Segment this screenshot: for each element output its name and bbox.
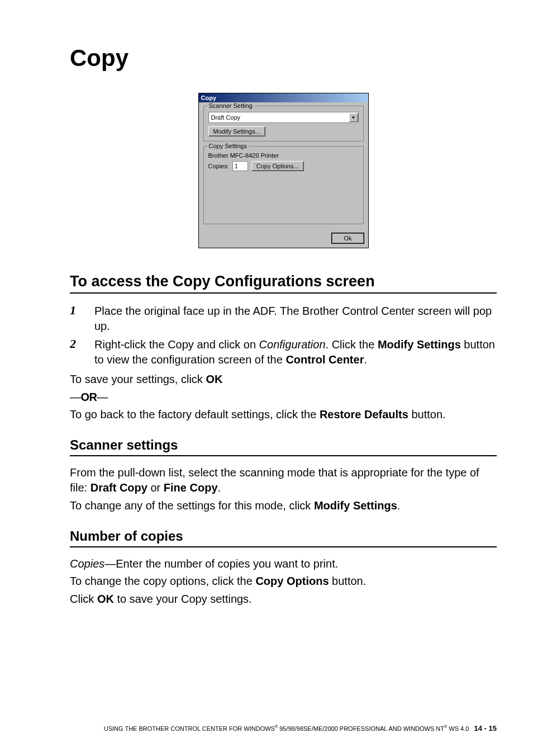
page-title: Copy (70, 45, 497, 72)
text: To change the copy options, click the (70, 575, 255, 587)
text: —OR— (70, 391, 108, 403)
footer-text: USING THE BROTHER CONTROL CENTER FOR WIN… (104, 725, 275, 732)
text: button. (329, 575, 367, 587)
text: Draft Copy (91, 481, 147, 494)
paragraph: From the pull-down list, select the scan… (70, 465, 497, 496)
copy-settings-legend: Copy Settings (207, 143, 249, 149)
scanner-setting-fieldset: Scanner Setting Draft Copy ▼ Modify Sett… (203, 106, 364, 141)
text: Modify Settings (314, 499, 397, 512)
paragraph: Click OK to save your Copy settings. (70, 592, 497, 607)
text: or (147, 481, 164, 494)
step-number: 1 (70, 304, 94, 317)
text: Control Center (285, 353, 364, 366)
page-number: 14 - 15 (474, 724, 497, 733)
copy-settings-fieldset: Copy Settings Brother MFC-8420 Printer C… (203, 146, 364, 224)
list-item: 2 Right-click the Copy and click on Conf… (70, 337, 497, 367)
paragraph: To change any of the settings for this m… (70, 498, 497, 514)
scanner-mode-dropdown[interactable]: Draft Copy ▼ (208, 112, 359, 123)
text: OK (97, 593, 114, 605)
text: Copies (70, 557, 104, 570)
text: OK (206, 373, 222, 385)
text: Right-click the Copy and click on (94, 338, 259, 351)
text: To go back to the factory default settin… (70, 408, 320, 420)
text: Fine Copy (164, 481, 218, 494)
text: Click (70, 593, 97, 605)
section-heading-copies: Number of copies (70, 528, 497, 547)
copy-options-button[interactable]: Copy Options... (251, 161, 304, 171)
text: To save your settings, click (70, 373, 206, 385)
step-number: 2 (70, 337, 94, 351)
paragraph: To save your settings, click OK (70, 372, 497, 388)
text: . Click the (326, 338, 378, 351)
text: —Enter the number of copies you want to … (104, 557, 338, 570)
paragraph: To go back to the factory default settin… (70, 407, 497, 423)
text: To change any of the settings for this m… (70, 499, 314, 512)
text: Copy Options (255, 575, 329, 587)
section-heading-access: To access the Copy Configurations screen (70, 273, 497, 294)
ok-button[interactable]: Ok (332, 233, 363, 243)
section-heading-scanner: Scanner settings (70, 437, 497, 456)
text: Configuration (259, 338, 326, 351)
text: Modify Settings (378, 338, 461, 351)
steps-list: 1 Place the original face up in the ADF.… (70, 304, 497, 367)
footer-text: 95/98/98SE/ME/2000 PROFESSIONAL AND WIND… (278, 725, 444, 732)
text: . (364, 353, 367, 366)
printer-name: Brother MFC-8420 Printer (208, 152, 359, 159)
scanner-setting-legend: Scanner Setting (207, 102, 254, 109)
chevron-down-icon[interactable]: ▼ (349, 113, 358, 122)
text: to save your Copy settings. (114, 593, 252, 605)
text: button. (408, 408, 446, 420)
step-text: Place the original face up in the ADF. T… (94, 304, 497, 334)
copies-label: Copies: (208, 163, 229, 169)
list-item: 1 Place the original face up in the ADF.… (70, 304, 497, 334)
paragraph: Copies—Enter the number of copies you wa… (70, 556, 497, 572)
text: . (218, 481, 221, 494)
copies-input[interactable] (232, 161, 248, 171)
paragraph: To change the copy options, click the Co… (70, 574, 497, 589)
scanner-mode-value: Draft Copy (211, 114, 241, 121)
dialog-titlebar: Copy (199, 93, 368, 102)
text: . (397, 499, 401, 512)
text: Restore Defaults (320, 408, 408, 420)
step-text: Right-click the Copy and click on Config… (94, 337, 497, 367)
copy-dialog: Copy Scanner Setting Draft Copy ▼ Modify… (198, 93, 369, 248)
footer-text: WS 4.0 (447, 725, 469, 732)
paragraph: —OR— (70, 390, 497, 405)
page-footer: USING THE BROTHER CONTROL CENTER FOR WIN… (0, 724, 533, 733)
modify-settings-button[interactable]: Modify Settings... (208, 126, 265, 136)
